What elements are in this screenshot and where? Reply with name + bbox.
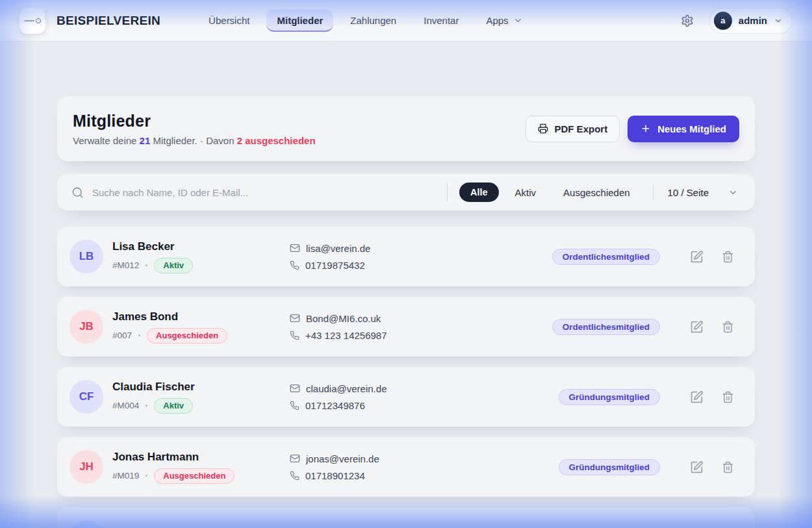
printer-icon (538, 123, 548, 134)
edit-icon[interactable] (689, 459, 705, 475)
member-email: Bond@MI6.co.uk (290, 313, 552, 324)
phone-icon (290, 471, 299, 481)
member-identity: James Bond #007 Ausgeschieden (112, 310, 290, 344)
apps-dropdown[interactable]: Apps (486, 15, 522, 26)
member-row: Nina Hofmann nina@verein.de (57, 507, 755, 528)
mail-icon (290, 313, 300, 323)
avatar: CF (70, 380, 103, 414)
brand-logo-icon (19, 8, 45, 34)
row-actions (689, 319, 735, 335)
member-name: Nina Hofmann (112, 526, 290, 528)
brand-name: BEISPIELVEREIN (57, 14, 160, 28)
member-list: LB Lisa Becker #M012 Aktiv lisa@verein.d… (0, 227, 812, 528)
brand[interactable]: BEISPIELVEREIN (19, 8, 160, 34)
membership-badge: Gründungsmitglied (559, 459, 661, 475)
divider (653, 183, 653, 201)
phone-icon (290, 260, 299, 270)
member-email: lisa@verein.de (290, 243, 552, 254)
nav-item-uebersicht[interactable]: Übersicht (198, 9, 260, 32)
membership-badge: Gründungsmitglied (559, 389, 661, 405)
user-menu[interactable]: a admin (709, 8, 793, 34)
trash-icon[interactable] (720, 460, 735, 475)
avatar: JB (70, 310, 103, 344)
member-identity: Jonas Hartmann #M019 Ausgeschieden (112, 451, 290, 484)
member-contact: claudia@verein.de 01712349876 (290, 383, 559, 411)
member-count: 21 (140, 135, 151, 146)
edit-icon[interactable] (689, 249, 705, 265)
member-row: JH Jonas Hartmann #M019 Ausgeschieden jo… (57, 437, 755, 497)
main-nav: Übersicht Mitglieder Zahlungen Inventar … (198, 9, 523, 32)
pdf-export-button[interactable]: PDF Export (526, 116, 620, 142)
settings-gear-icon[interactable] (678, 12, 696, 30)
member-contact: lisa@verein.de 01719875432 (290, 243, 552, 271)
trash-icon[interactable] (720, 320, 735, 334)
status-badge: Ausgeschieden (147, 328, 227, 344)
member-row: JB James Bond #007 Ausgeschieden Bond@MI… (57, 297, 755, 357)
member-identity: Claudia Fischer #M004 Aktiv (112, 381, 290, 414)
mail-icon (290, 243, 300, 253)
apps-label: Apps (486, 15, 508, 26)
member-row: CF Claudia Fischer #M004 Aktiv claudia@v… (57, 367, 755, 427)
new-member-button[interactable]: Neues Mitglied (628, 116, 739, 142)
member-name: Lisa Becker (112, 240, 290, 253)
main-content: Mitglieder Verwalte deine 21 Mitglieder.… (0, 42, 812, 528)
chevron-down-icon (774, 16, 783, 25)
member-identity: Nina Hofmann (112, 526, 290, 528)
member-email: claudia@verein.de (290, 383, 559, 394)
page-size-select[interactable]: 10 / Seite (668, 187, 741, 198)
search-input[interactable] (92, 187, 447, 198)
top-navbar: BEISPIELVEREIN Übersicht Mitglieder Zahl… (0, 0, 812, 42)
dot-separator (146, 264, 147, 266)
avatar (70, 520, 103, 528)
member-phone: 01718901234 (290, 470, 559, 481)
member-id: #M019 (112, 471, 139, 481)
retired-count: 2 ausgeschieden (237, 135, 316, 146)
user-avatar: a (714, 12, 732, 30)
chevron-down-icon (728, 188, 738, 197)
dot-separator (146, 405, 147, 407)
member-phone: 01712349876 (290, 400, 559, 411)
row-actions (689, 249, 735, 265)
edit-icon[interactable] (689, 389, 705, 405)
nav-item-mitglieder[interactable]: Mitglieder (266, 9, 333, 32)
member-id: #M004 (112, 401, 139, 410)
status-filter-tabs: Alle Aktiv Ausgeschieden (459, 182, 641, 203)
phone-icon (290, 401, 299, 410)
nav-item-inventar[interactable]: Inventar (413, 9, 469, 32)
member-name: James Bond (112, 310, 290, 323)
member-id: #M012 (112, 260, 139, 270)
member-email: jonas@verein.de (290, 453, 559, 464)
user-name: admin (739, 15, 767, 26)
phone-icon (290, 331, 299, 340)
tab-ausgeschieden[interactable]: Ausgeschieden (552, 182, 641, 203)
membership-badge: Ordentlichesmitglied (552, 249, 660, 265)
status-badge: Ausgeschieden (154, 468, 235, 484)
status-badge: Aktiv (154, 258, 193, 273)
member-contact: jonas@verein.de 01718901234 (290, 453, 559, 481)
tab-alle[interactable]: Alle (459, 182, 499, 202)
dot-separator (138, 334, 140, 336)
header-actions: PDF Export Neues Mitglied (526, 116, 739, 142)
row-actions (689, 389, 735, 405)
filter-bar: Alle Aktiv Ausgeschieden 10 / Seite (57, 174, 755, 210)
tab-aktiv[interactable]: Aktiv (504, 182, 548, 203)
row-actions (689, 459, 735, 475)
trash-icon[interactable] (720, 249, 735, 264)
edit-icon[interactable] (689, 319, 705, 335)
divider (447, 183, 448, 201)
member-name: Claudia Fischer (112, 381, 290, 394)
trash-icon[interactable] (720, 390, 735, 405)
nav-item-zahlungen[interactable]: Zahlungen (340, 9, 407, 32)
page-header-card: Mitglieder Verwalte deine 21 Mitglieder.… (57, 96, 755, 161)
member-identity: Lisa Becker #M012 Aktiv (112, 240, 290, 273)
member-name: Jonas Hartmann (112, 451, 290, 464)
member-phone: +43 123 14256987 (290, 330, 552, 341)
search-wrap (71, 186, 447, 199)
membership-badge: Ordentlichesmitglied (552, 319, 660, 335)
page-title: Mitglieder (73, 112, 316, 131)
chevron-down-icon (513, 16, 523, 25)
mail-icon (290, 383, 300, 394)
plus-icon (641, 123, 651, 134)
mail-icon (290, 453, 300, 464)
page-header-text: Mitglieder Verwalte deine 21 Mitglieder.… (73, 112, 316, 146)
